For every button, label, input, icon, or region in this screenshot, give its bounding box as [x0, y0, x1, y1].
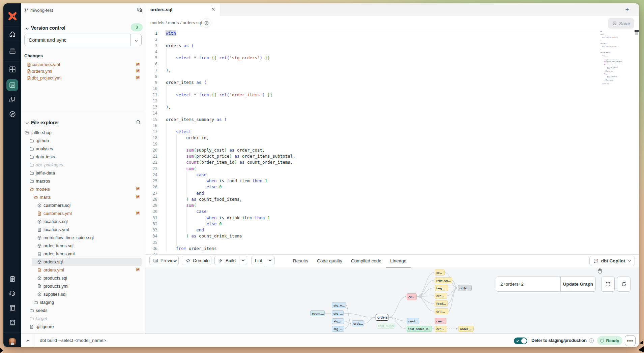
lineage-node-y_larg[interactable]: larg...	[435, 285, 448, 291]
lineage-node-y_or[interactable]: or...	[435, 269, 445, 276]
lineage-node-p_cus[interactable]: cus...	[435, 318, 446, 324]
tree-item-staging[interactable]: staging	[21, 298, 145, 307]
line-number: 20	[145, 147, 157, 153]
tree-item-order-items-yml[interactable]: order_items.yml	[21, 250, 145, 258]
folder-icon	[29, 155, 34, 161]
compile-button[interactable]: Compile	[182, 256, 211, 265]
lineage-node-y_order_[interactable]: order_...	[458, 326, 474, 332]
tree-item-jaffle-shop[interactable]: jaffle-shop	[21, 129, 145, 137]
changed-file-row[interactable]: orders.ymlM	[21, 68, 145, 75]
lineage-canvas[interactable]: ecom....stg_o...stg_...stg_...stg_...ord…	[145, 267, 639, 333]
commit-dropdown-chevron[interactable]	[134, 38, 138, 44]
update-graph-button[interactable]: Update Graph	[560, 277, 595, 291]
lineage-selector-input[interactable]	[496, 277, 560, 291]
build-dropdown-chevron[interactable]	[239, 258, 247, 262]
copy-branch-icon[interactable]	[137, 7, 142, 14]
lineage-node-ecom[interactable]: ecom....	[310, 310, 325, 316]
develop-icon-active[interactable]	[6, 79, 18, 91]
lineage-node-or_p[interactable]: or...	[407, 293, 417, 300]
tab-results[interactable]: Results	[289, 255, 313, 268]
tab-code-quality[interactable]: Code quality	[313, 255, 347, 268]
lineage-node-orde_b[interactable]: orde...	[352, 320, 364, 326]
lineage-node-stg_o[interactable]: stg_o...	[332, 302, 346, 308]
environments-icon[interactable]	[3, 47, 21, 55]
dbt-logo[interactable]	[3, 11, 21, 21]
tree-item-metricflow-time-spine-sql[interactable]: metricflow_time_spine.sql	[21, 234, 145, 242]
tree-item-macros[interactable]: macros	[21, 177, 145, 185]
logs-icon[interactable]	[3, 304, 21, 312]
tree-item-orders-sql[interactable]: orders.sql	[21, 258, 145, 266]
tree-item-customers-sql[interactable]: customers.sql	[21, 201, 145, 210]
changed-file-row[interactable]: dbt_project.ymlM	[21, 75, 145, 82]
view-docs-icon[interactable]	[202, 18, 211, 28]
tree-item-analyses[interactable]: analyses	[21, 145, 145, 153]
lineage-node-y_new[interactable]: new_cu...	[435, 277, 452, 283]
tree-item-models[interactable]: modelsM	[21, 185, 145, 193]
tree-item-marts[interactable]: martsM	[21, 193, 145, 201]
fullscreen-button[interactable]	[601, 277, 615, 292]
editor-minimap[interactable]: 1with23orders as (45 select * from {{ re…	[597, 31, 637, 91]
tab-compiled-code[interactable]: Compiled code	[347, 255, 386, 268]
search-icon[interactable]	[136, 120, 141, 126]
tree-item-orders-yml[interactable]: orders.ymlM	[21, 266, 145, 274]
tree-item-products-sql[interactable]: products.sql	[21, 274, 145, 282]
lineage-node-stg_3[interactable]: stg_...	[332, 326, 344, 332]
lineage-node-stg_1[interactable]: stg_...	[332, 310, 344, 316]
tree-item-target[interactable]: target	[21, 315, 145, 323]
tree-item-customers-yml[interactable]: customers.ymlM	[21, 210, 145, 218]
user-avatar[interactable]	[9, 338, 16, 345]
code-editor[interactable]: 1with23orders as (45 select * from {{ re…	[145, 30, 639, 254]
tree-item--gitignore[interactable]: .gitignore	[21, 323, 145, 331]
dashboard-icon[interactable]	[3, 66, 21, 73]
lineage-node-y_ord[interactable]: ord...	[435, 293, 447, 299]
tree-item-supplies-sql[interactable]: supplies.sql	[21, 290, 145, 298]
lineage-node-g_orde[interactable]: orde...	[458, 285, 472, 291]
build-button[interactable]: Build	[214, 256, 247, 265]
tree-item-locations-sql[interactable]: locations.sql	[21, 218, 145, 226]
expand-command-bar-icon[interactable]	[21, 334, 34, 347]
refresh-button[interactable]	[617, 277, 631, 292]
defer-toggle[interactable]	[514, 338, 527, 344]
new-tab-icon[interactable]: +	[623, 6, 631, 13]
command-input[interactable]: dbt build --select <model_name>	[40, 338, 106, 343]
help-icon[interactable]: ?	[589, 338, 594, 343]
lineage-node-test_supply[interactable]: test_supply...	[377, 323, 395, 329]
commit-and-sync-button[interactable]: Commit and sync	[24, 34, 142, 46]
tab-orders-sql[interactable]: orders.sql	[145, 3, 221, 16]
lint-dropdown-chevron[interactable]	[266, 258, 274, 262]
changed-file-row[interactable]: customers.ymlM	[21, 61, 145, 68]
file-explorer-header[interactable]: File explorer	[21, 119, 145, 127]
lint-button[interactable]: Lint	[251, 256, 275, 265]
support-icon[interactable]	[3, 289, 21, 296]
orchestration-icon[interactable]	[3, 96, 21, 103]
home-icon[interactable]	[3, 31, 21, 38]
preview-button[interactable]: Preview	[149, 256, 179, 265]
indent-guide	[166, 61, 167, 67]
organization-icon[interactable]	[3, 319, 21, 326]
lineage-node-cust[interactable]: cust...	[407, 318, 419, 324]
close-tab-icon[interactable]	[211, 7, 215, 12]
lineage-node-test_order[interactable]: test_order_it...	[407, 326, 432, 332]
version-control-header[interactable]: Version control 3	[21, 24, 145, 32]
tree-item--github[interactable]: .github	[21, 137, 145, 145]
more-options-button[interactable]: •••	[625, 335, 636, 346]
tree-item-products-yml[interactable]: products.yml	[21, 282, 145, 290]
tree-item-order-items-sql[interactable]: order_items.sql	[21, 242, 145, 250]
tree-item-seeds[interactable]: seeds	[21, 307, 145, 315]
tree-item-locations-yml[interactable]: locations.yml	[21, 226, 145, 234]
dbt-copilot-button[interactable]: dbt Copilot	[589, 256, 635, 266]
lineage-node-y_food[interactable]: food...	[435, 300, 448, 307]
tree-item-jaffle-data[interactable]: jaffle-data	[21, 169, 145, 177]
tab-lineage[interactable]: Lineage	[386, 255, 411, 268]
tree-item-data-tests[interactable]: data-tests	[21, 153, 145, 161]
notes-icon[interactable]	[3, 275, 21, 283]
lineage-node-y_ord2[interactable]: ord...	[435, 326, 447, 332]
branch-name[interactable]: mwong-test	[30, 8, 53, 13]
lineage-node-orders[interactable]: orders	[376, 314, 388, 321]
tree-item-dbt-packages[interactable]: dbt_packages	[21, 161, 145, 169]
save-button[interactable]: Save	[608, 18, 634, 29]
discover-icon[interactable]	[3, 110, 21, 118]
lineage-node-stg_2[interactable]: stg_...	[332, 318, 344, 324]
lineage-node-y_drin[interactable]: drin...	[435, 308, 448, 314]
minimap-viewport[interactable]	[635, 32, 638, 35]
